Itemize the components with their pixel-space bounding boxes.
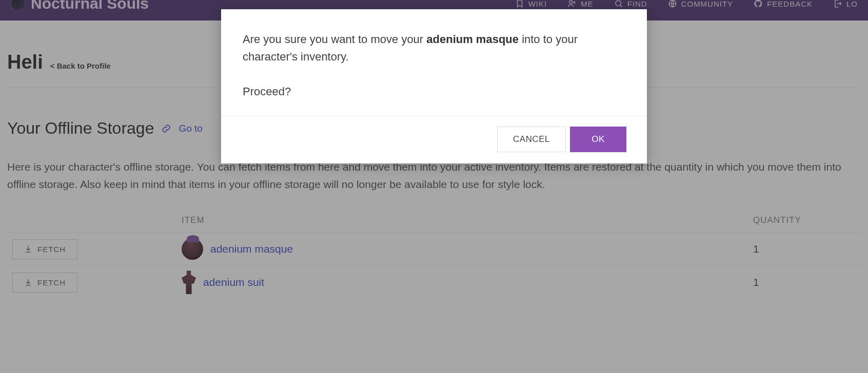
ok-button[interactable]: OK: [570, 127, 626, 152]
modal-message: Are you sure you want to move your adeni…: [243, 31, 625, 66]
modal-body: Are you sure you want to move your adeni…: [221, 9, 647, 116]
modal-proceed: Proceed?: [243, 83, 625, 100]
modal-overlay[interactable]: Are you sure you want to move your adeni…: [0, 0, 868, 373]
modal-msg-prefix: Are you sure you want to move your: [243, 33, 426, 46]
modal-item-name: adenium masque: [426, 33, 519, 46]
confirm-modal: Are you sure you want to move your adeni…: [221, 9, 647, 163]
modal-footer: CANCEL OK: [221, 116, 647, 163]
cancel-button[interactable]: CANCEL: [497, 127, 566, 152]
